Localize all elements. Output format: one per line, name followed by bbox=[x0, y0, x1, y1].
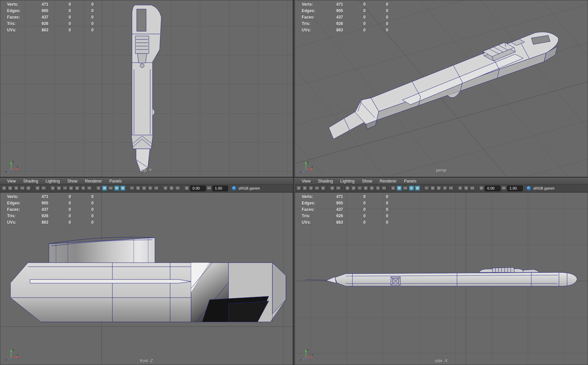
field-chart-icon[interactable] bbox=[74, 186, 80, 191]
menu-item-renderer[interactable]: Renderer bbox=[376, 179, 400, 184]
wireframe-on-shaded-icon[interactable] bbox=[403, 186, 408, 191]
grid-toggle-icon[interactable] bbox=[345, 186, 350, 191]
viewport-front[interactable]: Verts: 471 0 0 Edges: 905 0 0 Faces: 437… bbox=[0, 192, 293, 365]
hud-row: Faces: 437 0 0 bbox=[7, 14, 112, 21]
motion-blur-icon[interactable] bbox=[154, 186, 159, 191]
exposure-icon[interactable] bbox=[184, 186, 189, 191]
camera-attributes-icon[interactable] bbox=[308, 186, 314, 191]
hud-value-1: 926 bbox=[336, 21, 363, 27]
film-gate-icon[interactable] bbox=[351, 186, 356, 191]
hud-value-1: 926 bbox=[42, 21, 69, 27]
field-chart-icon[interactable] bbox=[369, 186, 375, 191]
menu-item-show[interactable]: Show bbox=[64, 179, 81, 184]
wireframe-mode-icon[interactable] bbox=[390, 186, 396, 191]
two-d-pan-zoom-icon[interactable] bbox=[35, 186, 40, 191]
menu-item-show[interactable]: Show bbox=[358, 179, 376, 184]
wireframe-on-shaded-icon[interactable] bbox=[108, 186, 113, 191]
menu-item-shading[interactable]: Shading bbox=[314, 179, 337, 184]
gate-mask-icon[interactable] bbox=[363, 186, 368, 191]
safe-action-icon[interactable] bbox=[81, 186, 86, 191]
shadows-icon[interactable] bbox=[436, 186, 442, 191]
hud-value-2: 0 bbox=[69, 206, 91, 213]
shadows-icon[interactable] bbox=[141, 186, 147, 191]
default-lighting-icon[interactable] bbox=[424, 186, 429, 191]
lock-camera-icon[interactable] bbox=[302, 186, 308, 191]
menu-item-lighting[interactable]: Lighting bbox=[337, 179, 358, 184]
hud-value-3: 0 bbox=[91, 206, 112, 213]
image-plane-icon[interactable] bbox=[320, 186, 326, 191]
wireframe-mode-icon[interactable] bbox=[96, 186, 101, 191]
menu-item-shading[interactable]: Shading bbox=[20, 179, 42, 184]
view-transform-icon[interactable] bbox=[526, 186, 531, 191]
hud-label: Faces: bbox=[302, 206, 336, 213]
menu-item-renderer[interactable]: Renderer bbox=[81, 179, 106, 184]
hud-row: Verts: 471 0 0 bbox=[302, 1, 406, 8]
toolbar-separator bbox=[48, 186, 48, 191]
hud-value-2: 0 bbox=[69, 194, 91, 200]
hud-value-3: 0 bbox=[386, 27, 406, 33]
exposure-field[interactable]: 0.00 bbox=[190, 186, 206, 191]
use-default-material-icon[interactable] bbox=[120, 186, 126, 191]
isolate-select-icon[interactable] bbox=[457, 186, 463, 191]
xray-icon[interactable] bbox=[169, 186, 174, 191]
default-lighting-icon[interactable] bbox=[129, 186, 135, 191]
hud-row: Edges: 905 0 0 bbox=[7, 8, 112, 14]
smooth-shade-icon[interactable] bbox=[102, 186, 107, 191]
use-default-material-icon[interactable] bbox=[415, 186, 420, 191]
safe-title-icon[interactable] bbox=[87, 186, 92, 191]
gamma-field[interactable]: 1.00 bbox=[507, 186, 523, 191]
exposure-icon[interactable] bbox=[479, 186, 484, 191]
resolution-gate-icon[interactable] bbox=[62, 186, 68, 191]
lock-camera-icon[interactable] bbox=[7, 186, 13, 191]
menu-item-panels[interactable]: Panels bbox=[106, 179, 126, 184]
xray-joints-icon[interactable] bbox=[175, 186, 180, 191]
select-camera-icon[interactable] bbox=[1, 186, 7, 191]
viewport-side[interactable]: Verts: 471 0 0 Edges: 905 0 0 Faces: 437… bbox=[295, 192, 588, 365]
grease-pencil-icon[interactable] bbox=[336, 186, 341, 191]
axis-x-label: x bbox=[17, 353, 18, 356]
gate-mask-icon[interactable] bbox=[68, 186, 74, 191]
safe-action-icon[interactable] bbox=[375, 186, 381, 191]
exposure-field[interactable]: 0.00 bbox=[485, 186, 500, 191]
viewport-top[interactable]: Verts: 471 0 0 Edges: 905 0 0 Faces: 437… bbox=[0, 0, 293, 177]
xray-joints-icon[interactable] bbox=[470, 186, 475, 191]
menu-item-lighting[interactable]: Lighting bbox=[42, 179, 64, 184]
gamma-field[interactable]: 1.00 bbox=[212, 186, 228, 191]
safe-title-icon[interactable] bbox=[381, 186, 387, 191]
menu-item-view[interactable]: View bbox=[3, 179, 20, 184]
film-gate-icon[interactable] bbox=[56, 186, 62, 191]
resolution-gate-icon[interactable] bbox=[357, 186, 362, 191]
bookmarks-icon[interactable] bbox=[20, 186, 25, 191]
viewport-persp[interactable]: Verts: 471 0 0 Edges: 905 0 0 Faces: 437… bbox=[295, 0, 588, 177]
grid-toggle-icon[interactable] bbox=[50, 186, 55, 191]
grease-pencil-icon[interactable] bbox=[41, 186, 46, 191]
xray-icon[interactable] bbox=[463, 186, 469, 191]
heads-up-display: Verts: 471 0 0 Edges: 905 0 0 Faces: 437… bbox=[7, 194, 112, 226]
hud-label: Verts: bbox=[7, 194, 42, 200]
colorspace-label[interactable]: sRGB gamm bbox=[533, 186, 555, 190]
hud-label: UVs: bbox=[7, 27, 42, 33]
view-transform-icon[interactable] bbox=[232, 186, 236, 191]
textured-mode-icon[interactable] bbox=[409, 186, 414, 191]
two-d-pan-zoom-icon[interactable] bbox=[330, 186, 335, 191]
colorspace-label[interactable]: sRGB gamm bbox=[239, 186, 260, 190]
textured-mode-icon[interactable] bbox=[114, 186, 119, 191]
screen-space-ao-icon[interactable] bbox=[148, 186, 153, 191]
smooth-shade-icon[interactable] bbox=[397, 186, 402, 191]
bookmarks-icon[interactable] bbox=[314, 186, 320, 191]
all-lights-icon[interactable] bbox=[135, 186, 141, 191]
menu-item-panels[interactable]: Panels bbox=[400, 179, 420, 184]
camera-attributes-icon[interactable] bbox=[14, 186, 19, 191]
gamma-icon[interactable] bbox=[206, 186, 212, 191]
gamma-icon[interactable] bbox=[501, 186, 506, 191]
hud-value-1: 905 bbox=[336, 200, 363, 206]
menu-item-view[interactable]: View bbox=[298, 179, 314, 184]
isolate-select-icon[interactable] bbox=[163, 186, 168, 191]
select-camera-icon[interactable] bbox=[296, 186, 301, 191]
all-lights-icon[interactable] bbox=[430, 186, 435, 191]
hud-value-3: 0 bbox=[386, 213, 406, 219]
motion-blur-icon[interactable] bbox=[448, 186, 454, 191]
image-plane-icon[interactable] bbox=[26, 186, 31, 191]
hud-value-1: 471 bbox=[336, 194, 363, 200]
screen-space-ao-icon[interactable] bbox=[442, 186, 448, 191]
